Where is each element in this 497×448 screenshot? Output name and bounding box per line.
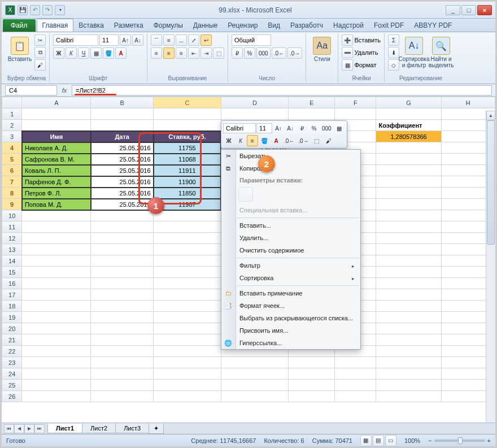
ctx-delete[interactable]: Удалить... bbox=[221, 232, 360, 244]
tab-review[interactable]: Рецензир bbox=[223, 19, 263, 32]
row-header-24[interactable]: 24 bbox=[2, 368, 22, 380]
cell[interactable] bbox=[22, 334, 91, 346]
cell[interactable] bbox=[154, 323, 221, 334]
cell[interactable] bbox=[376, 199, 441, 210]
increase-indent-icon[interactable]: ⇥ bbox=[200, 47, 212, 59]
zoom-slider[interactable]: − + bbox=[428, 437, 491, 444]
row-header-12[interactable]: 12 bbox=[2, 233, 22, 244]
cell[interactable] bbox=[221, 391, 289, 402]
cell[interactable] bbox=[154, 346, 221, 357]
align-bottom-icon[interactable]: ⎵ bbox=[176, 34, 187, 46]
cell[interactable] bbox=[91, 255, 154, 267]
cell[interactable] bbox=[22, 323, 91, 334]
cell[interactable] bbox=[154, 289, 221, 301]
sheet-tab-new[interactable]: ✦ bbox=[149, 424, 164, 434]
rate-cell[interactable]: 11850 bbox=[154, 188, 221, 199]
cell[interactable] bbox=[376, 244, 441, 255]
minimize-button[interactable]: _ bbox=[446, 5, 460, 15]
cells-delete-icon[interactable]: ➖ bbox=[342, 47, 353, 58]
fill-color-icon[interactable]: 🪣 bbox=[103, 47, 114, 59]
row-header-13[interactable]: 13 bbox=[2, 244, 22, 255]
cells-format-icon[interactable]: ▦ bbox=[342, 59, 353, 71]
cell[interactable] bbox=[154, 233, 221, 244]
scroll-up-icon[interactable]: ▲ bbox=[486, 111, 495, 120]
cell[interactable] bbox=[91, 108, 154, 120]
cell[interactable] bbox=[335, 391, 376, 402]
ctx-insert[interactable]: Вставить... bbox=[221, 219, 360, 232]
formula-input[interactable]: =Лист2!B2 bbox=[72, 85, 492, 95]
cell[interactable] bbox=[91, 391, 154, 402]
row-header-9[interactable]: 9 bbox=[2, 199, 22, 210]
cell[interactable] bbox=[376, 368, 441, 380]
copy-icon[interactable]: ⧉ bbox=[34, 47, 46, 58]
row-header-7[interactable]: 7 bbox=[2, 176, 22, 188]
cell[interactable] bbox=[154, 312, 221, 323]
row-header-21[interactable]: 21 bbox=[2, 334, 22, 346]
cell[interactable] bbox=[335, 380, 376, 391]
ctx-define-name[interactable]: Присвоить имя... bbox=[221, 324, 360, 337]
table-header[interactable]: Дата bbox=[91, 131, 154, 142]
row-header-23[interactable]: 23 bbox=[2, 357, 22, 368]
cell[interactable] bbox=[335, 357, 376, 368]
cell[interactable] bbox=[154, 368, 221, 380]
autosum-icon[interactable]: Σ bbox=[388, 34, 399, 46]
row-header-6[interactable]: 6 bbox=[2, 165, 22, 176]
mini-comma-icon[interactable]: 000 bbox=[320, 123, 333, 134]
mini-border-icon[interactable]: ▦ bbox=[334, 123, 345, 134]
cell[interactable] bbox=[91, 244, 154, 255]
font-color-icon[interactable]: A bbox=[115, 47, 127, 59]
ctx-cut[interactable]: ✂Вырезать bbox=[221, 150, 360, 162]
row-header-1[interactable]: 1 bbox=[2, 108, 22, 120]
ctx-copy[interactable]: ⧉Копировать bbox=[221, 162, 360, 175]
mini-currency-icon[interactable]: ₽ bbox=[297, 123, 308, 134]
row-header-17[interactable]: 17 bbox=[2, 289, 22, 301]
ctx-dropdown-list[interactable]: Выбрать из раскрывающегося списка... bbox=[221, 312, 360, 324]
increase-font-icon[interactable]: A↑ bbox=[120, 34, 131, 46]
cell[interactable] bbox=[154, 120, 221, 131]
cell[interactable] bbox=[91, 233, 154, 244]
cell[interactable] bbox=[22, 380, 91, 391]
mini-inc-decimal-icon[interactable]: .0→ bbox=[297, 135, 310, 146]
coef-label[interactable]: Коэффициент bbox=[376, 120, 441, 131]
currency-icon[interactable]: ₽ bbox=[232, 47, 243, 59]
coef-value[interactable]: 1,280578366 bbox=[376, 131, 441, 142]
cell[interactable] bbox=[154, 244, 221, 255]
rate-cell[interactable]: 11911 bbox=[154, 165, 221, 176]
wrap-text-icon[interactable]: ↩ bbox=[200, 34, 212, 46]
date-cell[interactable]: 25.05.2016 bbox=[91, 199, 154, 210]
border-icon[interactable]: ▦ bbox=[90, 47, 102, 59]
tab-layout[interactable]: Разметка bbox=[109, 19, 149, 32]
cell[interactable] bbox=[22, 301, 91, 312]
mini-percent-icon[interactable]: % bbox=[308, 123, 320, 134]
tab-addins[interactable]: Надстрой bbox=[328, 19, 369, 32]
cells-delete-label[interactable]: Удалить bbox=[354, 49, 378, 56]
cell[interactable] bbox=[376, 210, 441, 221]
column-header-H[interactable]: H bbox=[441, 97, 495, 108]
cell[interactable] bbox=[91, 346, 154, 357]
worksheet-grid[interactable]: ABCDEFGH12Коэффициент3ИмяДатаСтавка, руб… bbox=[2, 97, 495, 425]
column-header-F[interactable]: F bbox=[335, 97, 376, 108]
ctx-hyperlink[interactable]: 🌐Гиперссылка... bbox=[221, 337, 360, 349]
row-header-22[interactable]: 22 bbox=[2, 346, 22, 357]
name-cell[interactable]: Коваль Л. П. bbox=[22, 165, 91, 176]
cell[interactable] bbox=[22, 221, 91, 233]
cell[interactable] bbox=[289, 357, 335, 368]
row-header-15[interactable]: 15 bbox=[2, 267, 22, 278]
mini-font-name[interactable] bbox=[223, 123, 256, 133]
view-pagebreak-icon[interactable]: ▭ bbox=[385, 435, 396, 446]
column-header-A[interactable]: A bbox=[22, 97, 91, 108]
cell[interactable] bbox=[289, 368, 335, 380]
orientation-icon[interactable]: ⤢ bbox=[188, 34, 199, 46]
excel-icon[interactable]: X bbox=[5, 5, 15, 15]
name-box[interactable]: C4 bbox=[5, 85, 57, 95]
cells-insert-icon[interactable]: ➕ bbox=[342, 34, 353, 46]
table-header[interactable]: Имя bbox=[22, 131, 91, 142]
name-cell[interactable]: Николаев А. Д. bbox=[22, 142, 91, 154]
ctx-clear[interactable]: Очистить содержимое bbox=[221, 244, 360, 256]
cell[interactable] bbox=[22, 210, 91, 221]
cell[interactable] bbox=[154, 357, 221, 368]
ctx-filter[interactable]: Фильтр bbox=[221, 259, 360, 272]
fx-icon[interactable]: fx bbox=[59, 85, 69, 95]
mini-fill-color-icon[interactable]: 🪣 bbox=[259, 135, 270, 146]
cell[interactable] bbox=[376, 391, 441, 402]
